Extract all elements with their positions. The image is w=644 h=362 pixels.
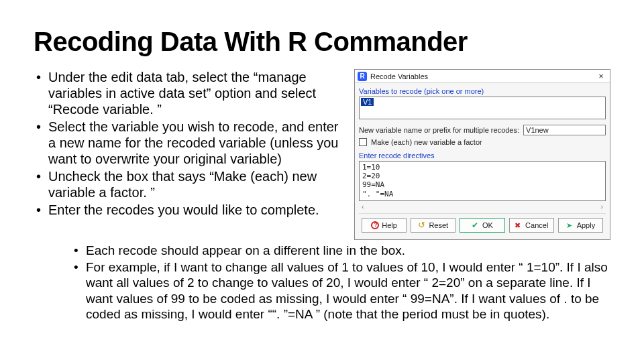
sub-bullet-item: For example, if I want to change all val… [71, 259, 610, 322]
help-button[interactable]: Help [362, 218, 407, 233]
scroll-right-icon[interactable]: › [600, 202, 603, 210]
new-name-label: New variable name or prefix for multiple… [359, 126, 519, 134]
apply-icon [566, 221, 574, 229]
variables-label: Variables to recode (pick one or more) [359, 87, 606, 95]
apply-button-label: Apply [577, 221, 596, 229]
selected-variable[interactable]: V1 [361, 98, 374, 106]
help-button-label: Help [382, 221, 397, 229]
r-logo-icon: R [358, 72, 367, 81]
bullet-item: Enter the recodes you would like to comp… [34, 202, 345, 218]
cancel-button[interactable]: Cancel [509, 218, 554, 233]
sub-bullets: Each recode should appear on a different… [34, 243, 610, 322]
reset-icon [418, 221, 426, 229]
dialog-titlebar: R Recode Variables × [355, 70, 610, 83]
directives-textarea[interactable]: 1=10 2=20 99=NA ". "=NA [359, 161, 606, 201]
variables-listbox[interactable]: V1 [359, 97, 606, 119]
bullet-item: Uncheck the box that says “Make (each) n… [34, 168, 345, 200]
slide-title: Recoding Data With R Commander [34, 27, 610, 57]
bullet-item: Select the variable you wish to recode, … [34, 119, 345, 167]
ok-button[interactable]: OK [460, 218, 504, 233]
sub-bullet-item: Each recode should appear on a different… [71, 243, 610, 258]
reset-button[interactable]: Reset [411, 218, 455, 233]
apply-button[interactable]: Apply [558, 218, 603, 233]
new-name-field[interactable]: V1new [523, 125, 606, 135]
scroll-left-icon[interactable]: ‹ [362, 202, 364, 210]
factor-checkbox[interactable] [359, 138, 367, 146]
help-icon [371, 221, 379, 229]
dialog-title: Recode Variables [370, 72, 428, 80]
reset-button-label: Reset [429, 221, 448, 229]
factor-label: Make (each) new variable a factor [371, 138, 482, 146]
cancel-button-label: Cancel [525, 221, 548, 229]
close-icon[interactable]: × [595, 72, 607, 81]
cancel-icon [515, 221, 523, 229]
bullet-item: Under the edit data tab, select the “man… [34, 69, 345, 117]
main-bullets: Under the edit data tab, select the “man… [34, 69, 345, 240]
new-name-value: V1new [526, 126, 549, 134]
recode-dialog: R Recode Variables × Variables to recode… [354, 69, 610, 240]
ok-icon [472, 221, 480, 229]
ok-button-label: OK [482, 221, 493, 229]
directives-label: Enter recode directives [359, 152, 606, 160]
scrollbar[interactable]: ‹ › [359, 202, 606, 210]
